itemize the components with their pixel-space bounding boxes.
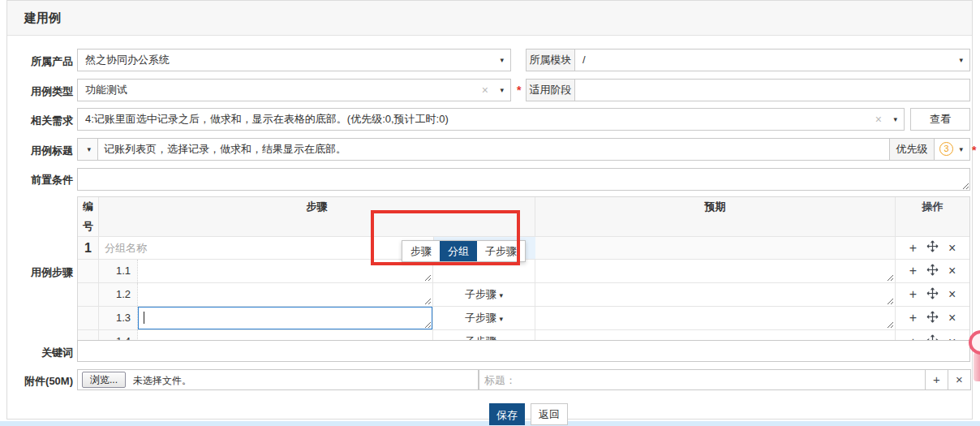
expected-textarea[interactable] [535, 260, 895, 282]
step-type-dropdown[interactable] [432, 260, 535, 282]
add-step-icon[interactable]: + [909, 288, 917, 301]
browse-button[interactable]: 浏览... [82, 372, 126, 388]
step-row: 1.2 子步骤 ▾ + × [78, 283, 969, 307]
save-button[interactable]: 保存 [489, 403, 525, 425]
back-button[interactable]: 返回 [531, 403, 568, 425]
title-color-dropdown[interactable]: ▾ [77, 138, 98, 161]
keywords-input[interactable] [77, 340, 970, 362]
precondition-label: 前置条件 [0, 173, 73, 187]
col-header-action: 操作 [896, 197, 969, 236]
chevron-down-icon: ▾ [959, 139, 963, 160]
keywords-label: 关键词 [0, 346, 73, 360]
step-textarea-focused[interactable] [138, 307, 432, 329]
chevron-down-icon: ▾ [87, 139, 91, 160]
steps-header-row: 编号 步骤 预期 操作 [78, 197, 969, 237]
case-title-input[interactable] [98, 139, 889, 160]
no-file-text: 未选择文件。 [133, 374, 191, 388]
page-title: 建用例 [24, 11, 61, 26]
case-type-value: 功能测试 [85, 84, 127, 96]
text-cursor [144, 312, 144, 324]
priority-badge: 3 [939, 142, 953, 156]
story-select[interactable]: 4:记账里面选中记录之后，做求和，显示在表格的底部。(优先级:0,预计工时:0)… [77, 108, 905, 131]
group-name-input[interactable] [99, 237, 433, 259]
attachment-title-input[interactable] [479, 369, 926, 390]
clear-icon[interactable]: × [482, 80, 488, 101]
case-steps-label: 用例步骤 [0, 265, 73, 280]
step-textarea[interactable] [138, 260, 432, 282]
delete-step-icon[interactable]: × [948, 312, 956, 325]
expected-textarea[interactable] [535, 283, 895, 306]
chevron-down-icon: ▾ [959, 49, 963, 71]
add-step-icon[interactable]: + [909, 265, 917, 278]
story-value: 4:记账里面选中记录之后，做求和，显示在表格的底部。(优先级:0,预计工时:0) [85, 113, 449, 125]
delete-step-icon[interactable]: × [948, 242, 956, 255]
step-textarea[interactable] [138, 283, 432, 306]
module-value: / [582, 54, 586, 66]
clear-icon[interactable]: × [875, 109, 882, 130]
row-actions: + × [896, 283, 969, 306]
attachment-label: 附件(50M) [0, 374, 73, 389]
priority-label: 优先级 [889, 138, 935, 161]
step-type-label: 子步骤 [465, 312, 496, 324]
case-type-select[interactable]: 功能测试 × ▾ [77, 79, 511, 101]
chevron-down-icon: ▾ [893, 109, 897, 130]
file-input[interactable]: 浏览... 未选择文件。 [77, 369, 479, 390]
step-number: 1.2 [99, 283, 138, 306]
module-select[interactable]: / ▾ [574, 49, 970, 71]
row-actions: + × [896, 260, 969, 282]
chevron-down-icon: ▾ [500, 80, 504, 101]
case-steps-table: 编号 步骤 预期 操作 1 分组 ▾ + × [77, 196, 970, 355]
product-label: 所属产品 [0, 54, 73, 69]
step-type-dropdown[interactable]: 子步骤 ▾ [432, 307, 535, 329]
move-step-icon[interactable] [926, 287, 939, 303]
step-type-label: 子步骤 [465, 288, 496, 300]
module-label: 所属模块 [526, 49, 575, 71]
move-step-icon[interactable] [926, 240, 939, 256]
stage-input[interactable] [574, 79, 970, 101]
case-title-label: 用例标题 [0, 144, 73, 158]
move-step-icon[interactable] [926, 264, 939, 279]
step-number: 1 [78, 237, 99, 259]
move-step-icon[interactable] [926, 311, 939, 326]
chevron-down-icon: ▾ [500, 315, 504, 323]
menu-item-substep[interactable]: 子步骤 [477, 241, 525, 261]
stage-label: 适用阶段 [526, 79, 575, 101]
required-asterisk: * [517, 84, 521, 97]
delete-step-icon[interactable]: × [948, 288, 956, 301]
product-select[interactable]: 然之协同办公系统 ▾ [77, 49, 511, 71]
case-type-label: 用例类型 [0, 84, 73, 99]
step-number: 1.3 [99, 307, 138, 329]
panel-header [7, 1, 972, 36]
product-value: 然之协同办公系统 [85, 54, 170, 66]
step-type-dropdown[interactable]: 子步骤 ▾ [432, 283, 535, 306]
chevron-down-icon: ▾ [500, 49, 504, 71]
row-actions: + × [896, 237, 969, 259]
col-header-step: 步骤 [99, 197, 535, 236]
story-label: 相关需求 [0, 114, 73, 128]
col-header-no: 编号 [78, 197, 99, 236]
precondition-textarea[interactable] [77, 168, 970, 191]
row-actions: + × [896, 307, 969, 329]
step-row: 1.3 子步骤 ▾ + × [78, 307, 969, 330]
add-step-icon[interactable]: + [909, 312, 917, 325]
chevron-down-icon: ▾ [500, 291, 504, 299]
menu-item-step[interactable]: 步骤 [402, 241, 440, 261]
view-story-button[interactable]: 查看 [910, 108, 970, 131]
create-case-page: 建用例 所属产品 然之协同办公系统 ▾ 所属模块 / ▾ 用例类型 功能测试 ×… [0, 0, 980, 426]
delete-step-icon[interactable]: × [948, 265, 956, 278]
feedback-widget-tail [974, 352, 980, 381]
case-title-field-wrap [97, 138, 890, 161]
col-header-expected: 预期 [535, 197, 896, 236]
required-asterisk: * [972, 144, 976, 157]
step-row: 1.1 + × [78, 260, 969, 283]
add-step-icon[interactable]: + [909, 242, 917, 255]
add-attachment-button[interactable]: + [925, 369, 948, 390]
menu-item-group-selected[interactable]: 分组 [440, 241, 477, 261]
priority-select[interactable]: 3 ▾ [934, 138, 970, 161]
step-number: 1.1 [99, 260, 138, 282]
step-type-menu: 步骤 分组 子步骤 [402, 240, 526, 262]
remove-attachment-button[interactable]: × [948, 369, 971, 390]
expected-textarea[interactable] [535, 307, 895, 329]
expected-cell-empty [535, 237, 896, 259]
